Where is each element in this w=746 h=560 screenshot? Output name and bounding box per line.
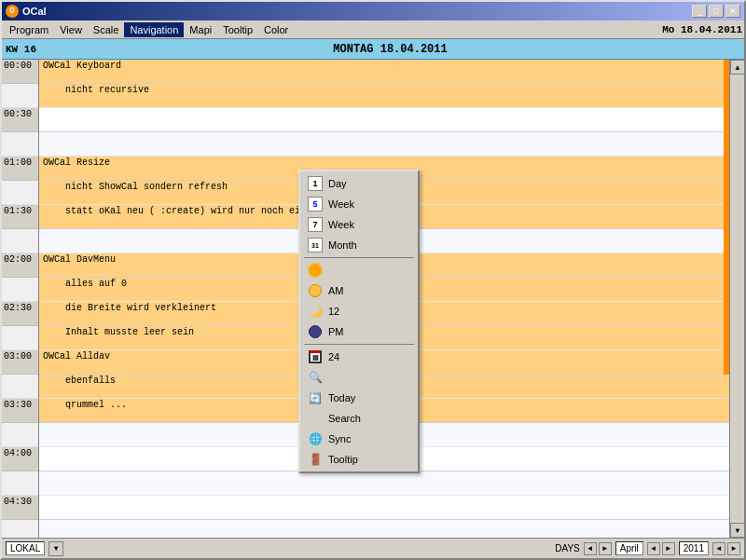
time-half-0 xyxy=(2,84,38,108)
ctx-item-day[interactable]: 1 Day xyxy=(300,173,418,194)
year-prev-button[interactable]: ◄ xyxy=(712,542,725,555)
ctx-item-exit[interactable]: 🚪 Tooltip xyxy=(300,449,418,470)
ctx-item-month[interactable]: 31 Month xyxy=(300,235,418,255)
cal-row-half-0: nicht recursive xyxy=(39,84,729,108)
ctx-label-month: Month xyxy=(328,239,357,251)
window-title: OCal xyxy=(22,6,47,17)
week5-icon: 5 xyxy=(308,197,323,212)
title-bar-left: O OCal xyxy=(6,5,47,18)
pm-moon-icon: 🌙 xyxy=(308,304,323,319)
close-button[interactable]: ✕ xyxy=(725,5,740,18)
menu-tooltip[interactable]: Tooltip xyxy=(217,22,258,37)
menu-mapi[interactable]: Mapi xyxy=(184,22,217,37)
ctx-item-tooltip[interactable]: Search xyxy=(300,408,418,429)
month-icon: 31 xyxy=(308,238,323,253)
time-half-9 xyxy=(2,520,38,538)
24-icon xyxy=(308,324,323,339)
ctx-label-today: 24 xyxy=(328,351,339,362)
sync-icon: 🔄 xyxy=(308,390,323,405)
menu-date: Mo 18.04.2011 xyxy=(662,24,742,35)
status-year-nav: ◄ ► xyxy=(712,542,740,555)
12-icon xyxy=(308,283,323,298)
main-window: O OCal _ □ ✕ Program View Scale Navigati… xyxy=(0,0,746,560)
ctx-label-pm: 12 xyxy=(328,306,339,317)
menu-view[interactable]: View xyxy=(54,22,88,37)
time-0400: 04:00 xyxy=(2,447,38,471)
ctx-item-today[interactable]: ▤ 24 xyxy=(300,347,418,367)
ctx-item-12[interactable]: AM xyxy=(300,280,418,301)
ctx-item-pm[interactable]: 🌙 12 xyxy=(300,301,418,321)
week7-icon: 7 xyxy=(308,217,323,232)
status-month-nav: ◄ ► xyxy=(647,542,675,555)
header-bar: KW 16 MONTAG 18.04.2011 xyxy=(2,39,744,60)
ctx-item-24[interactable]: PM xyxy=(300,321,418,342)
ctx-item-week5[interactable]: 5 Week xyxy=(300,194,418,214)
time-0330: 03:30 xyxy=(2,399,38,423)
scroll-track[interactable] xyxy=(730,75,744,523)
menu-navigation[interactable]: Navigation xyxy=(124,22,184,37)
header-date: MONTAG 18.04.2011 xyxy=(36,43,744,56)
ctx-label-24: PM xyxy=(328,326,344,337)
days-next-button[interactable]: ► xyxy=(599,542,612,555)
app-icon: O xyxy=(6,5,19,18)
ctx-item-color[interactable]: 🌐 Sync xyxy=(300,429,418,449)
time-half-2 xyxy=(2,181,38,205)
scrollbar: ▲ ▼ xyxy=(729,60,744,538)
cal-row-half-1 xyxy=(39,132,729,157)
main-area: 00:00 00:30 01:00 01:30 02:00 02:30 03:0… xyxy=(2,60,744,538)
right-edge-bar xyxy=(724,60,729,375)
days-prev-button[interactable]: ◄ xyxy=(584,542,597,555)
today-cal-icon: ▤ xyxy=(308,349,323,364)
time-0000: 00:00 xyxy=(2,60,38,84)
month-next-button[interactable]: ► xyxy=(662,542,675,555)
menu-program[interactable]: Program xyxy=(4,22,54,37)
color-icon: 🌐 xyxy=(308,431,323,446)
cal-row-0000: OWCal Keyboard xyxy=(39,60,729,84)
time-0130: 01:30 xyxy=(2,205,38,229)
minimize-button[interactable]: _ xyxy=(692,5,707,18)
year-next-button[interactable]: ► xyxy=(727,542,740,555)
cal-row-half-9 xyxy=(39,520,729,538)
ctx-label-day: Day xyxy=(328,178,347,189)
time-half-8 xyxy=(2,471,38,496)
menu-scale[interactable]: Scale xyxy=(88,22,125,37)
time-0030: 00:30 xyxy=(2,108,38,132)
time-0430: 04:30 xyxy=(2,496,38,520)
scroll-up-button[interactable]: ▲ xyxy=(730,60,744,75)
cal-row-0430 xyxy=(39,496,729,520)
cal-row-0030 xyxy=(39,108,729,132)
time-half-7 xyxy=(2,423,38,447)
ctx-separator-2 xyxy=(304,344,414,345)
scroll-down-button[interactable]: ▼ xyxy=(730,523,744,538)
time-0230: 02:30 xyxy=(2,302,38,326)
status-dropdown-button[interactable]: ▼ xyxy=(48,541,63,556)
ctx-item-search[interactable]: 🔍 xyxy=(300,367,418,388)
time-half-5 xyxy=(2,326,38,350)
ctx-item-week7[interactable]: 7 Week xyxy=(300,214,418,235)
time-0200: 02:00 xyxy=(2,253,38,278)
status-month: April xyxy=(615,541,643,555)
ctx-item-sync[interactable]: 🔄 Today xyxy=(300,388,418,408)
ctx-label-week5: Week xyxy=(328,198,354,210)
time-half-3 xyxy=(2,229,38,253)
ctx-label-tooltip: Search xyxy=(328,413,361,424)
status-bar: LOKAL ▼ DAYS ◄ ► April ◄ ► 2011 ◄ ► xyxy=(2,538,744,558)
ctx-separator-1 xyxy=(304,257,414,258)
maximize-button[interactable]: □ xyxy=(709,5,724,18)
time-half-4 xyxy=(2,278,38,302)
menu-bar: Program View Scale Navigation Mapi Toolt… xyxy=(2,20,744,39)
ctx-label-exit: Tooltip xyxy=(328,454,358,465)
month-prev-button[interactable]: ◄ xyxy=(647,542,660,555)
status-days: DAYS xyxy=(555,543,580,553)
ctx-item-am[interactable] xyxy=(300,260,418,280)
search-icon: 🔍 xyxy=(308,370,323,385)
kw-label: KW 16 xyxy=(6,44,36,55)
ctx-label-week7: Week xyxy=(328,219,354,230)
ctx-label-sync: Today xyxy=(328,392,355,403)
menu-color[interactable]: Color xyxy=(258,22,294,37)
status-lokal: LOKAL xyxy=(6,541,45,555)
ctx-label-color: Sync xyxy=(328,433,351,444)
cal-row-half-8 xyxy=(39,471,729,496)
time-column: 00:00 00:30 01:00 01:30 02:00 02:30 03:0… xyxy=(2,60,39,538)
context-menu: 1 Day 5 Week 7 Week 31 xyxy=(298,170,420,473)
